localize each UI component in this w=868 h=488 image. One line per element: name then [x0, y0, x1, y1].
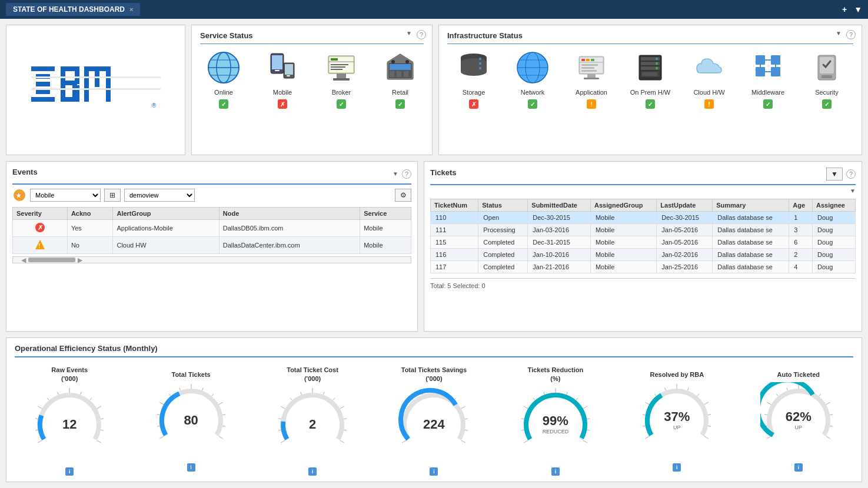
svg-line-177	[709, 426, 711, 426]
gauge-info-icon[interactable]: i	[65, 467, 74, 476]
table-row[interactable]: ! No Cloud HW DallasDataCenter.ibm.com M…	[13, 237, 411, 254]
col-lastupdate[interactable]: LastUpdate	[657, 199, 713, 212]
svg-line-160	[566, 392, 567, 395]
cell-assignedgroup: Mobile	[590, 249, 656, 261]
col-assignedgroup[interactable]: AssignedGroup	[590, 199, 656, 212]
cell-age: 1	[789, 212, 813, 224]
svg-point-47	[405, 60, 409, 63]
gauge-info-icon[interactable]: i	[794, 463, 803, 472]
cell-status: Completed	[478, 261, 528, 273]
main-content: ® Service Status ▼ ? Online ✓	[0, 19, 868, 488]
svg-line-105	[47, 398, 49, 400]
tickets-help-icon[interactable]: ?	[846, 169, 856, 179]
svg-point-81	[656, 62, 658, 65]
table-row[interactable]: 110 Open Dec-30-2015 Mobile Dec-30-2015 …	[431, 212, 856, 224]
menu-icon[interactable]: ▼	[854, 5, 862, 14]
view-select[interactable]: demoview default	[124, 189, 195, 202]
svg-line-158	[544, 392, 545, 395]
infra-dropdown-icon[interactable]: ▼	[836, 30, 842, 39]
online-label: Online	[214, 89, 233, 96]
service-filter-select[interactable]: Mobile Online Broker Retail	[30, 189, 101, 202]
gauge-info-icon[interactable]: i	[430, 467, 438, 476]
cell-node: DallasDataCenter.ibm.com	[219, 237, 360, 254]
svg-rect-13	[106, 66, 111, 102]
col-ticketnum[interactable]: TicketNum	[431, 199, 478, 212]
dashboard-tab[interactable]: STATE OF HEALTH DASHBOARD ×	[6, 3, 140, 16]
svg-rect-85	[756, 67, 765, 76]
settings-icon[interactable]: ⚙	[395, 189, 411, 202]
new-tab-icon[interactable]: +	[842, 5, 847, 14]
infra-help-icon[interactable]: ?	[846, 30, 856, 39]
events-help-icon[interactable]: ?	[402, 169, 411, 179]
gauge-container: 224	[395, 386, 472, 463]
infra-item-middleware: Middleware ✓	[741, 50, 794, 109]
col-assignee[interactable]: Assignee	[813, 199, 856, 212]
service-item-mobile: Mobile ✗	[259, 50, 306, 109]
table-row[interactable]: ✗ Yes Applications-Mobile DallasDB05.ibm…	[13, 220, 411, 237]
svg-line-154	[521, 430, 524, 430]
close-tab-icon[interactable]: ×	[129, 6, 133, 13]
svg-line-182	[767, 402, 771, 405]
service-item-online: Online ✓	[200, 50, 247, 109]
svg-line-129	[278, 419, 281, 419]
events-scrollbar[interactable]: ◀ ▶	[12, 256, 411, 263]
infra-item-application: Application !	[565, 50, 618, 109]
cell-status: Completed	[478, 249, 528, 261]
cell-submitteddate: Jan-03-2016	[528, 224, 591, 236]
gauge-info-icon[interactable]: i	[187, 463, 195, 472]
svg-line-101	[38, 440, 42, 443]
service-status-panel: Service Status ▼ ? Online ✓ Mobile	[191, 25, 433, 155]
gauge-info-icon[interactable]: i	[308, 467, 317, 476]
col-age[interactable]: Age	[789, 199, 813, 212]
table-row[interactable]: 117 Completed Jan-21-2016 Mobile Jan-25-…	[431, 261, 856, 273]
svg-rect-8	[61, 97, 79, 102]
cell-assignee: Doug	[813, 212, 856, 224]
events-table-header: Severity Ackno AlertGroup Node Service	[13, 208, 411, 220]
gauge-value: 62%	[786, 409, 812, 425]
svg-line-140	[403, 440, 407, 443]
gauge-info-icon[interactable]: i	[551, 467, 560, 476]
col-summary[interactable]: Summary	[713, 199, 789, 212]
table-row[interactable]: 111 Processing Jan-03-2016 Mobile Jan-05…	[431, 224, 856, 236]
svg-rect-11	[84, 66, 89, 102]
service-dropdown-icon[interactable]: ▼	[406, 30, 412, 39]
col-status[interactable]: Status	[478, 199, 528, 212]
svg-line-113	[97, 440, 101, 443]
tickets-dropdown-icon[interactable]: ▼	[826, 168, 843, 181]
events-dropdown-icon[interactable]: ▼	[393, 171, 398, 177]
svg-line-104	[38, 406, 42, 409]
col-severity: Severity	[13, 208, 68, 220]
col-submitteddate[interactable]: SubmittedDate	[528, 199, 591, 212]
gauge-info-icon[interactable]: i	[673, 463, 681, 472]
middleware-icon	[750, 50, 786, 85]
svg-line-106	[58, 392, 59, 395]
svg-line-164	[587, 430, 590, 430]
infra-status-panel: Infrastructure Status ▼ ? Storage ✗	[438, 25, 862, 155]
cell-assignedgroup: Mobile	[590, 261, 656, 273]
svg-rect-69	[591, 59, 594, 61]
svg-rect-6	[61, 66, 79, 71]
gauge-label: Auto Ticketed	[777, 370, 820, 379]
service-status-controls: ▼ ?	[406, 30, 426, 39]
infra-item-onprem: On Prem H/W ✓	[624, 50, 677, 109]
table-row[interactable]: 116 Completed Jan-10-2016 Mobile Jan-02-…	[431, 249, 856, 261]
application-status: !	[587, 99, 596, 109]
gauge-item: Total Tickets Savings('000) 224 i	[395, 366, 472, 476]
cell-summary: Dallas database se	[713, 212, 789, 224]
application-label: Application	[576, 89, 607, 96]
cell-lastupdate: Dec-30-2015	[657, 212, 713, 224]
svg-line-152	[461, 440, 465, 443]
svg-line-121	[202, 387, 203, 390]
grid-view-icon[interactable]: ⊞	[104, 189, 121, 202]
service-help-icon[interactable]: ?	[417, 30, 426, 39]
cell-severity: ✗	[13, 220, 68, 237]
tickets-table-header: TicketNum Status SubmittedDate AssignedG…	[431, 199, 856, 212]
cell-assignee: Doug	[813, 261, 856, 273]
table-row[interactable]: 115 Completed Dec-31-2015 Mobile Jan-05-…	[431, 236, 856, 249]
network-label: Network	[521, 89, 544, 96]
tickets-table: TicketNum Status SubmittedDate AssignedG…	[430, 199, 856, 273]
svg-text:★: ★	[16, 192, 22, 199]
operational-efficiency-title: Operational Efficiency Status (Monthly)	[15, 344, 853, 357]
tickets-panel: Tickets ▼ ? ▼ TicketNum Status Submitted…	[424, 161, 862, 332]
svg-line-136	[340, 406, 344, 409]
